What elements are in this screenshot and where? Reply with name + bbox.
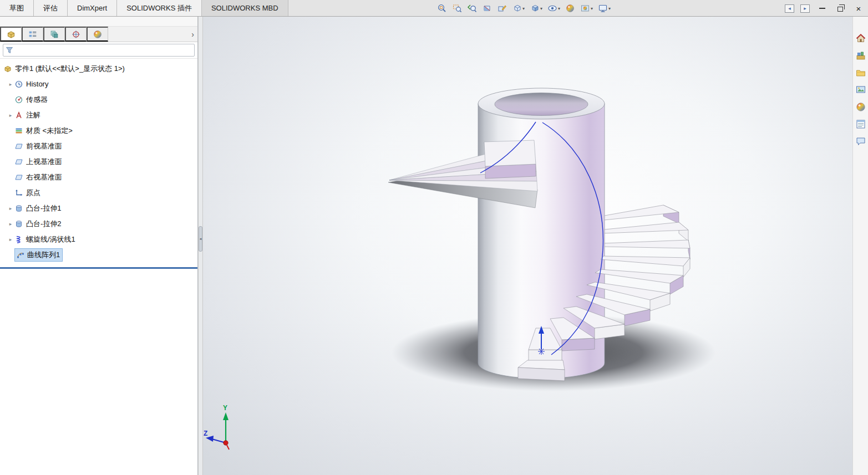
close-button[interactable]: × <box>852 3 865 14</box>
design-library-button[interactable] <box>854 49 867 62</box>
tab-displaymanager[interactable] <box>87 27 108 42</box>
tab-dimxpertmanager[interactable] <box>65 27 87 42</box>
tree-item-label: 材质 <未指定> <box>26 123 73 139</box>
dock-pane-left-button[interactable]: ◂ <box>785 4 794 13</box>
extrude-icon <box>14 204 23 213</box>
hide-show-items-button[interactable]: ▾ <box>546 2 561 15</box>
zoom-to-fit-button[interactable] <box>436 2 448 15</box>
appearances-scenes-button[interactable] <box>854 101 867 113</box>
view-palette-button[interactable] <box>854 84 867 96</box>
tab-evaluate[interactable]: 评估 <box>34 0 68 16</box>
dropdown-caret-icon: ▾ <box>608 6 611 11</box>
custom-properties-button[interactable] <box>854 118 867 130</box>
forum-button[interactable] <box>854 135 867 147</box>
expand-arrow-icon[interactable]: ▸ <box>7 113 14 118</box>
home-icon <box>855 33 866 44</box>
dock-pane-right-button[interactable]: ▸ <box>800 4 810 13</box>
display-style-icon <box>530 3 540 13</box>
tab-propertymanager[interactable] <box>22 27 43 42</box>
appearances-ball-icon <box>855 101 866 113</box>
folder-icon <box>855 67 866 78</box>
rollback-bar[interactable] <box>0 267 197 269</box>
tree-filter-input[interactable] <box>16 45 192 55</box>
expand-arrow-icon[interactable]: ▸ <box>7 237 14 242</box>
triad-y-label: Y <box>223 404 227 412</box>
tree-item-front-plane[interactable]: 前视基准面 <box>0 139 197 154</box>
dropdown-caret-icon: ▾ <box>522 6 525 11</box>
part-icon <box>3 64 12 73</box>
expand-arrow-icon[interactable]: ▸ <box>7 221 14 227</box>
view-settings-button[interactable]: ▾ <box>597 2 612 15</box>
file-explorer-button[interactable] <box>854 67 867 79</box>
tab-solidworks-mbd[interactable]: SOLIDWORKS MBD <box>202 0 288 16</box>
splitter-handle[interactable]: ◂ <box>199 226 202 252</box>
ribbon-tabs: 草图 评估 DimXpert SOLIDWORKS 插件 SOLIDWORKS … <box>0 0 288 17</box>
property-list-icon <box>28 29 38 39</box>
monitor-icon <box>598 3 608 13</box>
tree-item-label: 右视基准面 <box>26 170 62 185</box>
plane-icon <box>14 173 23 182</box>
section-view-icon <box>482 3 492 13</box>
eye-icon <box>547 3 557 13</box>
section-view-button[interactable] <box>481 2 493 15</box>
feature-tree-icon <box>6 29 16 39</box>
apply-scene-button[interactable]: ▾ <box>579 2 594 15</box>
tree-item-label: 原点 <box>26 185 40 201</box>
dropdown-caret-icon: ▾ <box>591 6 593 11</box>
display-style-button[interactable]: ▾ <box>529 2 544 15</box>
origin-icon <box>14 188 23 197</box>
tab-dimxpert[interactable]: DimXpert <box>68 0 117 16</box>
tree-root-part[interactable]: 零件1 (默认<<默认>_显示状态 1>) <box>0 61 197 76</box>
dynamic-annotation-views-button[interactable] <box>496 2 508 15</box>
tree-item-label: 前视基准面 <box>26 139 62 154</box>
tree-item-origin[interactable]: 原点 <box>0 185 197 201</box>
previous-view-button[interactable] <box>466 2 478 15</box>
edit-appearance-button[interactable] <box>564 2 576 15</box>
view-orientation-button[interactable]: ▾ <box>511 2 526 15</box>
annotation-views-icon <box>497 3 507 13</box>
view-palette-icon <box>855 84 866 95</box>
curve-pattern-icon <box>16 251 25 259</box>
tree-item-boss-extrude2[interactable]: ▸ 凸台-拉伸2 <box>0 216 197 232</box>
sensors-icon <box>14 95 23 104</box>
appearance-ball-icon <box>565 3 575 13</box>
tab-configurationmanager[interactable] <box>43 27 65 42</box>
tree-item-label: History <box>26 76 48 92</box>
dropdown-caret-icon: ▾ <box>540 6 542 11</box>
tree-item-top-plane[interactable]: 上视基准面 <box>0 154 197 170</box>
3d-scene[interactable]: Y Z <box>203 17 852 475</box>
expand-arrow-icon[interactable]: ▸ <box>7 81 14 87</box>
solidworks-resources-button[interactable] <box>854 32 867 44</box>
tree-item-right-plane[interactable]: 右视基准面 <box>0 170 197 185</box>
tab-solidworks-addins[interactable]: SOLIDWORKS 插件 <box>117 0 202 16</box>
tree-item-helix-spiral1[interactable]: ▸ 螺旋线/涡状线1 <box>0 232 197 247</box>
tab-sketch[interactable]: 草图 <box>0 0 34 16</box>
comment-bubble-icon <box>855 136 866 147</box>
tree-item-annotations[interactable]: ▸ 注解 <box>0 108 197 123</box>
filter-box[interactable] <box>3 44 195 57</box>
panel-splitter[interactable]: ◂ <box>198 17 203 475</box>
zoom-to-area-button[interactable] <box>451 2 463 15</box>
selected-item-highlight[interactable]: 曲线阵列1 <box>14 248 63 262</box>
triad-y-arrow <box>223 412 229 420</box>
ribbon-tab-bar: 草图 评估 DimXpert SOLIDWORKS 插件 SOLIDWORKS … <box>0 0 868 17</box>
heads-up-view-toolbar: ▾ ▾ ▾ <box>436 0 612 17</box>
tree-item-sensors[interactable]: 传感器 <box>0 92 197 108</box>
tree-item-material[interactable]: 材质 <未指定> <box>0 123 197 139</box>
tree-item-label: 传感器 <box>26 92 48 108</box>
tree-item-curve-pattern1[interactable]: 曲线阵列1 <box>0 247 197 263</box>
previous-view-icon <box>467 3 477 13</box>
panel-flyout-chevron[interactable]: › <box>191 27 194 42</box>
tab-featuremanager-tree[interactable] <box>0 27 22 42</box>
minimize-button[interactable] <box>816 3 828 14</box>
solidworks-window: 草图 评估 DimXpert SOLIDWORKS 插件 SOLIDWORKS … <box>0 0 868 475</box>
close-icon: × <box>856 4 861 13</box>
expand-arrow-icon[interactable]: ▸ <box>7 206 14 211</box>
tree-item-history[interactable]: ▸ History <box>0 76 197 92</box>
graphics-viewport[interactable]: Y Z <box>203 17 852 475</box>
tree-item-boss-extrude1[interactable]: ▸ 凸台-拉伸1 <box>0 201 197 216</box>
restore-button[interactable] <box>834 3 846 14</box>
featuremanager-panel: › 零件1 (默认<<默认>_显示状态 1>) ▸ <box>0 17 198 475</box>
plane-icon <box>14 142 23 151</box>
feature-tree: 零件1 (默认<<默认>_显示状态 1>) ▸ History 传感器 ▸ 注解 <box>0 59 197 475</box>
